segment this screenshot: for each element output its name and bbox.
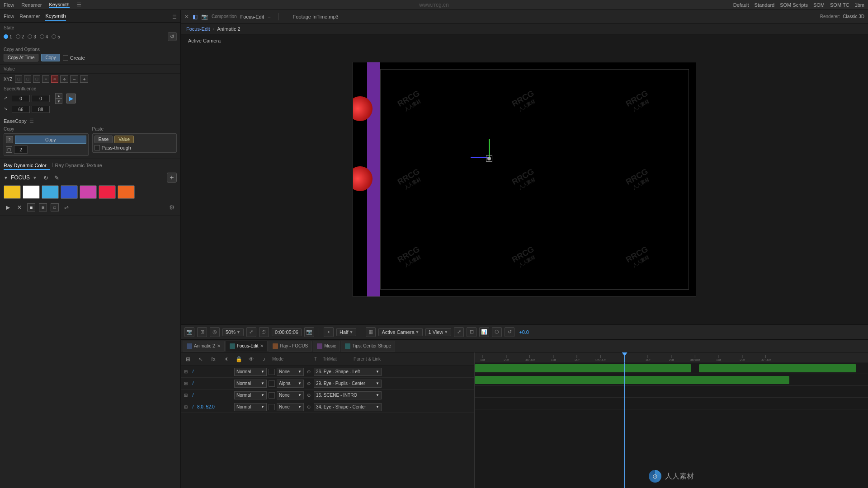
comp-close-btn[interactable]: ✕ bbox=[184, 14, 189, 20]
comp-name[interactable]: Focus-Edit bbox=[241, 14, 264, 19]
copy-small-sq[interactable]: □ bbox=[6, 146, 12, 153]
nav-item-keysmith[interactable]: Keysmith bbox=[49, 2, 69, 8]
xyz-btn-sq1[interactable]: □ bbox=[15, 75, 22, 83]
tl-cursor-icon[interactable]: ↖ bbox=[196, 355, 205, 364]
bt-crop-btn[interactable]: ⊡ bbox=[467, 327, 476, 337]
xyz-btn-sq2[interactable]: □ bbox=[24, 75, 31, 83]
tab-renamer[interactable]: Renamer bbox=[19, 14, 40, 21]
speed-input-2[interactable] bbox=[32, 95, 50, 102]
focus-dropdown[interactable]: ▼ bbox=[33, 175, 37, 180]
nav-som[interactable]: SOM bbox=[813, 2, 825, 8]
bt-views-control[interactable]: 1 View ▼ bbox=[425, 328, 452, 336]
lane-trkmat-2[interactable]: Alpha ▼ bbox=[277, 380, 304, 388]
bt-timecode[interactable]: 0:00:05:06 bbox=[272, 328, 302, 336]
ease-btn[interactable]: Ease bbox=[94, 136, 113, 143]
state-4[interactable]: 4 bbox=[40, 34, 48, 39]
easecopy-menu[interactable]: ☰ bbox=[29, 118, 34, 124]
lane-edit-icon-3[interactable]: / bbox=[190, 392, 196, 399]
tl-tab-close-animatic2[interactable]: ✕ bbox=[217, 343, 221, 348]
bc-close-btn[interactable]: ✕ bbox=[15, 203, 24, 211]
focus-add-button[interactable]: + bbox=[167, 173, 177, 183]
bt-camera-btn[interactable]: 📷 bbox=[184, 327, 194, 337]
bt-reset-btn[interactable]: ↺ bbox=[505, 327, 514, 337]
xyz-btn-x[interactable]: ✕ bbox=[51, 75, 58, 83]
nav-item-flow[interactable]: Flow bbox=[4, 2, 14, 8]
state-3[interactable]: 3 bbox=[28, 34, 36, 39]
lane-trkmat-3[interactable]: None ▼ bbox=[277, 391, 304, 399]
xyz-btn-sq3[interactable]: □ bbox=[33, 75, 40, 83]
nav-default[interactable]: Default bbox=[733, 2, 749, 8]
lane-edit-icon-2[interactable]: / bbox=[190, 380, 196, 387]
xyz-btn-eq[interactable]: = bbox=[42, 75, 49, 83]
ray-tab-texture[interactable]: Ray Dynamic Texture bbox=[55, 162, 106, 170]
lane-parent-select-4[interactable]: 34. Eye - Shape - Center ▼ bbox=[314, 403, 382, 411]
tl-solo-icon[interactable]: ☀ bbox=[222, 355, 231, 364]
bc-arrows-btn[interactable]: ⇌ bbox=[62, 203, 71, 211]
pass-check[interactable] bbox=[94, 145, 100, 150]
tl-lock-icon[interactable]: 🔒 bbox=[234, 355, 243, 364]
left-panel-menu[interactable]: ☰ bbox=[172, 14, 177, 20]
create-checkbox[interactable] bbox=[63, 55, 68, 61]
lane-t-3[interactable] bbox=[269, 392, 275, 399]
xyz-btn-plus[interactable]: + bbox=[80, 75, 88, 83]
lane-edit-icon-1[interactable]: / bbox=[190, 369, 196, 375]
copy-main-btn[interactable]: Copy bbox=[15, 136, 86, 144]
tl-layers-icon[interactable]: ⊞ bbox=[184, 355, 193, 364]
lane-parent-select-2[interactable]: 29. Eye - Pupils - Center ▼ bbox=[314, 380, 382, 388]
xyz-btn-div[interactable]: ÷ bbox=[60, 75, 68, 83]
tl-tab-focus-edit[interactable]: Focus-Edit ✕ bbox=[226, 341, 268, 352]
renderer-value[interactable]: Classic 3D bbox=[843, 14, 864, 19]
copy-at-time-button[interactable]: Copy At Time bbox=[4, 54, 38, 61]
tl-tab-music[interactable]: Music bbox=[313, 341, 340, 352]
swatch-1[interactable] bbox=[4, 185, 21, 199]
tl-tab-ray-focus[interactable]: Ray - FOCUS bbox=[269, 341, 312, 352]
lane-trkmat-1[interactable]: None ▼ bbox=[277, 368, 304, 376]
nav-som-scripts[interactable]: SOM Scripts bbox=[780, 2, 808, 8]
speed-arrow-down[interactable]: ▼ bbox=[55, 99, 62, 104]
bt-resize-btn[interactable]: ⤢ bbox=[246, 327, 256, 337]
swatch-4[interactable] bbox=[61, 185, 78, 199]
lane-mode-1[interactable]: Normal ▼ bbox=[234, 368, 267, 376]
tl-fx-icon[interactable]: fx bbox=[209, 355, 218, 364]
reset-button[interactable]: ↺ bbox=[168, 32, 177, 41]
lane-mode-4[interactable]: Normal ▼ bbox=[234, 403, 267, 411]
bc-gear-icon[interactable]: ⚙ bbox=[167, 202, 177, 212]
tl-audio-icon[interactable]: ♪ bbox=[259, 355, 269, 364]
nav-standard[interactable]: Standard bbox=[755, 2, 775, 8]
tl-tab-tips[interactable]: Tips: Center Shape bbox=[341, 341, 395, 352]
focus-refresh-icon[interactable]: ↻ bbox=[42, 173, 51, 182]
swatch-7[interactable] bbox=[118, 185, 135, 199]
nav-som-tc[interactable]: SOM TC bbox=[830, 2, 849, 8]
tab-flow[interactable]: Flow bbox=[4, 14, 14, 21]
lane-mode-3[interactable]: Normal ▼ bbox=[234, 391, 267, 399]
lane-parent-select-1[interactable]: 36. Eye - Shape - Left ▼ bbox=[314, 368, 382, 376]
value-btn[interactable]: Value bbox=[114, 136, 134, 143]
state-5[interactable]: 5 bbox=[52, 34, 60, 39]
bc-layers-btn[interactable]: ⊞ bbox=[39, 203, 47, 211]
comp-menu[interactable]: ≡ bbox=[268, 14, 270, 19]
lane-t-2[interactable] bbox=[269, 380, 275, 387]
play-button[interactable]: ▶ bbox=[66, 94, 76, 103]
state-2[interactable]: 2 bbox=[16, 34, 24, 39]
swatch-5[interactable] bbox=[80, 185, 97, 199]
focus-collapse-arrow[interactable]: ▼ bbox=[4, 175, 8, 180]
bt-grid-btn[interactable]: ⊞ bbox=[197, 327, 207, 337]
breadcrumb-parent[interactable]: Focus-Edit bbox=[186, 26, 210, 32]
state-1[interactable]: 1 bbox=[4, 34, 12, 39]
lane-t-4[interactable] bbox=[269, 404, 275, 410]
bt-active-camera[interactable]: Active Camera ▼ bbox=[378, 328, 422, 336]
speed-arrow-up[interactable]: ▲ bbox=[55, 93, 62, 99]
swatch-6[interactable] bbox=[99, 185, 116, 199]
bc-play-btn[interactable]: ▶ bbox=[4, 203, 12, 211]
xyz-btn-minus[interactable]: − bbox=[70, 75, 78, 83]
bt-3d-btn[interactable]: ⬡ bbox=[492, 327, 502, 337]
bt-resize2-btn[interactable]: ⤢ bbox=[454, 327, 464, 337]
bc-square-btn[interactable]: ■ bbox=[27, 203, 35, 211]
bt-quality-control[interactable]: Half ▼ bbox=[336, 328, 356, 336]
tab-keysmith[interactable]: Keysmith bbox=[45, 13, 66, 21]
speed-input-3[interactable] bbox=[12, 106, 30, 113]
bt-snapshot-btn[interactable]: 📷 bbox=[304, 327, 314, 337]
copy-button[interactable]: Copy bbox=[41, 54, 60, 61]
lane-trkmat-4[interactable]: None ▼ bbox=[277, 403, 304, 411]
bt-graph-btn[interactable]: 📊 bbox=[479, 327, 489, 337]
